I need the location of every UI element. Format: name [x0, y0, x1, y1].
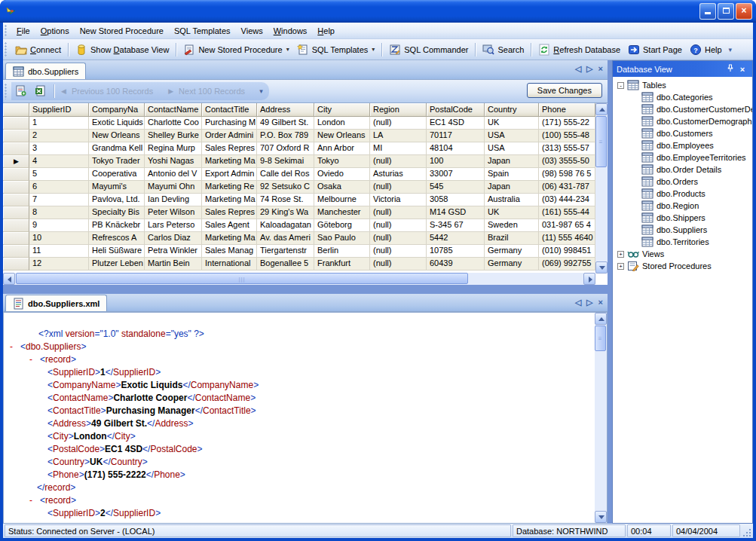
hscroll-thumb[interactable]: |||: [16, 273, 468, 284]
grid-cell[interactable]: EC1 4SD: [427, 117, 485, 130]
toolbar-button-search[interactable]: Search: [479, 41, 528, 58]
tree-item-dbo-customers[interactable]: dbo.Customers: [613, 127, 752, 139]
grid-cell[interactable]: Charlotte Coo: [145, 117, 202, 130]
grid-cell[interactable]: 29 King's Wa: [257, 206, 314, 219]
grid-vscrollbar[interactable]: ≡: [595, 103, 608, 274]
grid-cell[interactable]: 9: [29, 219, 89, 232]
grid-cell[interactable]: Oviedo: [314, 168, 370, 181]
grid-cell[interactable]: Cooperativa: [89, 168, 145, 181]
grid-cell[interactable]: 74 Rose St.: [257, 194, 314, 206]
grid-cell[interactable]: Specialty Bis: [89, 206, 145, 219]
tree-expander-icon[interactable]: +: [617, 263, 624, 270]
scroll-up-button[interactable]: [595, 313, 607, 325]
grid-cell[interactable]: 1: [29, 117, 89, 130]
vscroll-thumb[interactable]: ≡: [595, 116, 607, 167]
grid-cell[interactable]: Melbourne: [314, 194, 370, 206]
grid-cell[interactable]: Mayumi's: [89, 181, 145, 194]
grid-cell[interactable]: 031-987 65 4: [539, 219, 595, 232]
next-100-records-button[interactable]: ▶ Next 100 Records: [164, 84, 256, 98]
grid-cell[interactable]: PB Knäckebr: [89, 219, 145, 232]
tab-close-icon[interactable]: ×: [598, 64, 603, 74]
grid-cell[interactable]: Ann Arbor: [314, 142, 370, 155]
collapse-marker[interactable]: -: [29, 353, 40, 366]
grid-cell[interactable]: 3058: [427, 194, 485, 206]
grid-cell[interactable]: Manchester: [314, 206, 370, 219]
grid-cell[interactable]: Germany: [485, 258, 539, 270]
grid-cell[interactable]: 9-8 Sekimai: [257, 155, 314, 168]
scroll-left-button[interactable]: [3, 273, 15, 285]
tab-scroll-right-icon[interactable]: ▷: [586, 298, 592, 307]
grid-row-header[interactable]: [3, 142, 29, 155]
vscroll-thumb[interactable]: ≡: [595, 326, 606, 351]
scroll-down-button[interactable]: [595, 261, 608, 274]
grid-column-header[interactable]: Country: [485, 103, 539, 117]
grid-cell[interactable]: 11: [29, 245, 89, 258]
grid-cell[interactable]: London: [314, 117, 370, 130]
grid-row-header[interactable]: [3, 117, 29, 130]
tree-item-dbo-categories[interactable]: dbo.Categories: [613, 91, 752, 103]
menu-item-views[interactable]: Views: [236, 24, 268, 38]
grid-column-header[interactable]: Address: [257, 103, 314, 117]
grid-cell[interactable]: Grandma Kell: [89, 142, 145, 155]
tab-scroll-left-icon[interactable]: ◁: [575, 298, 581, 307]
tree-item-dbo-suppliers[interactable]: dbo.Suppliers: [613, 224, 752, 236]
grid-cell[interactable]: Carlos Diaz: [145, 232, 202, 245]
grid-cell[interactable]: (171) 555-22: [539, 117, 595, 130]
grid-cell[interactable]: Order Admini: [202, 130, 257, 142]
grid-column-header[interactable]: CompanyNa: [89, 103, 145, 117]
pane-splitter[interactable]: [3, 285, 608, 294]
grid-cell[interactable]: Regina Murp: [145, 142, 202, 155]
grid-cell[interactable]: Exotic Liquids: [89, 117, 145, 130]
grid-cell[interactable]: 8: [29, 206, 89, 219]
grid-cell[interactable]: 49 Gilbert St.: [257, 117, 314, 130]
grid-row-header[interactable]: [3, 181, 29, 194]
panel-close-icon[interactable]: ×: [736, 65, 748, 74]
grid-cell[interactable]: Antonio del V: [145, 168, 202, 181]
grid-cell[interactable]: S-345 67: [427, 219, 485, 232]
scroll-down-button[interactable]: [595, 511, 607, 523]
menu-item-options[interactable]: Options: [35, 24, 75, 38]
grid-cell[interactable]: (03) 3555-50: [539, 155, 595, 168]
tree-item-views[interactable]: +Views: [613, 248, 752, 260]
grid-cell[interactable]: Export Admin: [202, 168, 257, 181]
scroll-right-button[interactable]: [583, 273, 595, 285]
grid-cell[interactable]: Mayumi Ohn: [145, 181, 202, 194]
collapse-marker[interactable]: -: [29, 494, 40, 507]
previous-100-records-button[interactable]: ◀ Previous 100 Records: [57, 84, 164, 98]
grid-cell[interactable]: 10: [29, 232, 89, 245]
grid-cell[interactable]: Marketing Ma: [202, 194, 257, 206]
grid-row-header[interactable]: [3, 232, 29, 245]
grid-cell[interactable]: 545: [427, 181, 485, 194]
grid-cell[interactable]: Shelley Burke: [145, 130, 202, 142]
grid-cell[interactable]: Marketing Ma: [202, 155, 257, 168]
tree-item-dbo-products[interactable]: dbo.Products: [613, 188, 752, 200]
grid-cell[interactable]: (null): [370, 181, 427, 194]
grid-cell[interactable]: Sales Agent: [202, 219, 257, 232]
grid-column-header[interactable]: ContactName: [145, 103, 202, 117]
grid-row-header[interactable]: [3, 245, 29, 258]
toolbar-button-show-database-view[interactable]: Show Database View: [72, 41, 173, 58]
grid-cell[interactable]: USA: [485, 142, 539, 155]
grid-cell[interactable]: (null): [370, 155, 427, 168]
tree-expander-icon[interactable]: +: [617, 251, 624, 258]
grid-cell[interactable]: Victoria: [370, 194, 427, 206]
tree-item-dbo-employees[interactable]: dbo.Employees: [613, 139, 752, 151]
grid-cell[interactable]: 707 Oxford R: [257, 142, 314, 155]
grid-cell[interactable]: Sales Repres: [202, 142, 257, 155]
grid-cell[interactable]: Tiergartenstr: [257, 245, 314, 258]
grid-cell[interactable]: 12: [29, 258, 89, 270]
grid-cell[interactable]: (null): [370, 245, 427, 258]
grid-cell[interactable]: (06) 431-787: [539, 181, 595, 194]
tree-item-dbo-customercustomerde[interactable]: dbo.CustomerCustomerDe: [613, 103, 752, 115]
grid-cell[interactable]: Sweden: [485, 219, 539, 232]
grid-cell[interactable]: Plutzer Leben: [89, 258, 145, 270]
grid-cell[interactable]: 70117: [427, 130, 485, 142]
grid-row-header[interactable]: [3, 130, 29, 142]
grid-cell[interactable]: Yoshi Nagas: [145, 155, 202, 168]
tab-close-icon[interactable]: ×: [598, 298, 603, 307]
grid-cell[interactable]: Purchasing M: [202, 117, 257, 130]
grid-cell[interactable]: 92 Setsuko C: [257, 181, 314, 194]
grid-cell[interactable]: LA: [370, 130, 427, 142]
grid-cell[interactable]: 6: [29, 181, 89, 194]
tree-expander-icon[interactable]: -: [617, 82, 624, 89]
